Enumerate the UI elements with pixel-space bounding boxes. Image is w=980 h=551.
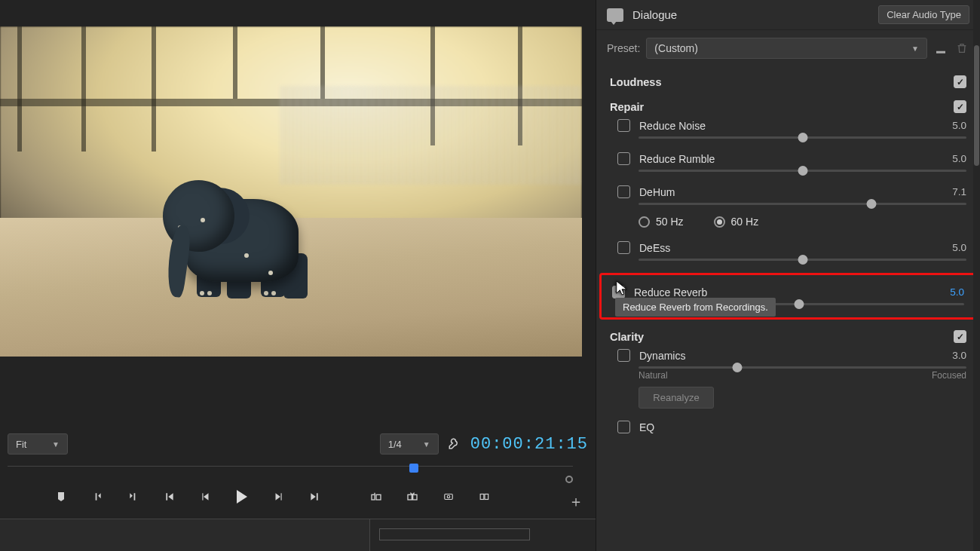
dynamics-value[interactable]: 3.0 [952, 350, 966, 361]
reduce-noise-slider[interactable] [639, 136, 966, 139]
playhead[interactable] [409, 464, 418, 473]
scrollbar-thumb[interactable] [974, 45, 979, 166]
program-monitor: Fit ▼ 1/4 ▼ 00:00:21:15 [0, 0, 596, 551]
play-button[interactable] [234, 488, 250, 505]
transport-controls [53, 488, 580, 505]
video-preview[interactable] [0, 26, 582, 357]
reduce-noise-label: Reduce Noise [639, 120, 952, 132]
svg-rect-2 [372, 494, 375, 500]
comparison-view-button[interactable] [476, 488, 493, 505]
svg-rect-4 [408, 494, 412, 500]
go-to-in-button[interactable] [161, 488, 178, 505]
repair-toggle[interactable] [954, 100, 966, 113]
svg-point-7 [447, 495, 450, 498]
overwrite-button[interactable] [404, 488, 421, 505]
loudness-toggle[interactable] [954, 75, 966, 88]
reduce-reverb-checkbox[interactable] [612, 286, 625, 298]
svg-rect-8 [480, 494, 484, 500]
deess-label: DeEss [639, 242, 952, 254]
step-forward-button[interactable] [270, 488, 286, 505]
dehum-60hz-radio[interactable]: 60 Hz [714, 216, 759, 228]
delete-preset-icon[interactable] [954, 41, 969, 56]
timeline-ruler[interactable] [8, 466, 573, 479]
essential-sound-panel: Dialogue Clear Audio Type Preset: (Custo… [596, 0, 980, 551]
dehum-slider[interactable] [639, 203, 966, 205]
reduce-noise-value[interactable]: 5.0 [952, 120, 966, 131]
dehum-value[interactable]: 7.1 [952, 186, 966, 197]
dialogue-icon [607, 8, 623, 22]
preset-value: (Custom) [654, 42, 698, 54]
reduce-reverb-label: Reduce Reverb [634, 286, 950, 298]
reanalyze-button[interactable]: Reanalyze [639, 387, 714, 409]
svg-rect-6 [445, 494, 453, 500]
eq-checkbox[interactable] [617, 421, 630, 433]
repair-section-title[interactable]: Repair [610, 101, 954, 113]
dynamics-min-label: Natural [639, 370, 668, 381]
in-point-button[interactable] [89, 488, 106, 505]
insert-button[interactable] [368, 488, 384, 505]
marker-button[interactable] [53, 488, 69, 505]
dehum-label: DeHum [639, 186, 952, 198]
panel-title: Dialogue [632, 8, 878, 21]
dehum-50hz-radio[interactable]: 50 Hz [639, 216, 684, 228]
svg-rect-1 [281, 493, 282, 500]
zoom-dropdown[interactable]: 1/4 ▼ [380, 433, 439, 455]
reduce-rumble-slider[interactable] [639, 170, 966, 172]
deess-value[interactable]: 5.0 [952, 242, 966, 253]
dynamics-slider[interactable] [639, 366, 966, 369]
reduce-noise-checkbox[interactable] [617, 119, 630, 132]
button-editor-icon[interactable]: ＋ [568, 491, 583, 512]
svg-rect-5 [413, 494, 417, 500]
chevron-down-icon: ▼ [911, 44, 919, 53]
reduce-rumble-label: Reduce Rumble [639, 153, 952, 165]
chevron-down-icon: ▼ [423, 440, 430, 448]
svg-rect-0 [202, 493, 203, 500]
dynamics-label: Dynamics [639, 350, 952, 362]
preset-dropdown[interactable]: (Custom) ▼ [646, 38, 927, 59]
dynamics-checkbox[interactable] [617, 349, 630, 362]
reduce-reverb-highlight: Reduce Reverb 5.0 Reduce Reverb from Rec… [599, 273, 977, 320]
zoom-label: 1/4 [388, 439, 402, 450]
svg-rect-3 [376, 494, 381, 500]
svg-rect-9 [485, 494, 488, 500]
preset-label: Preset: [607, 42, 640, 54]
deess-checkbox[interactable] [617, 241, 630, 254]
timecode-display[interactable]: 00:00:21:15 [470, 435, 588, 454]
wrench-icon[interactable] [446, 436, 463, 452]
timeline-end-marker [565, 476, 573, 483]
reduce-reverb-tooltip: Reduce Reverb from Recordings. [615, 298, 776, 317]
reduce-rumble-value[interactable]: 5.0 [952, 153, 966, 164]
deess-slider[interactable] [639, 259, 966, 261]
export-frame-button[interactable] [440, 488, 457, 505]
reduce-rumble-checkbox[interactable] [617, 152, 630, 165]
step-back-button[interactable] [198, 488, 214, 505]
clear-audio-type-button[interactable]: Clear Audio Type [878, 5, 969, 24]
out-point-button[interactable] [125, 488, 142, 505]
fit-dropdown[interactable]: Fit ▼ [8, 433, 68, 455]
reduce-reverb-value[interactable]: 5.0 [950, 286, 964, 298]
go-to-out-button[interactable] [306, 488, 323, 505]
fit-label: Fit [16, 439, 26, 450]
clarity-section-title[interactable]: Clarity [610, 331, 954, 343]
panel-scrollbar[interactable] [973, 0, 980, 551]
eq-label: EQ [639, 421, 966, 433]
loudness-section-title[interactable]: Loudness [610, 76, 954, 88]
save-preset-icon[interactable] [933, 41, 948, 56]
chevron-down-icon: ▼ [52, 440, 60, 448]
dehum-checkbox[interactable] [617, 185, 630, 198]
dynamics-max-label: Focused [932, 370, 966, 381]
clarity-toggle[interactable] [954, 330, 966, 343]
